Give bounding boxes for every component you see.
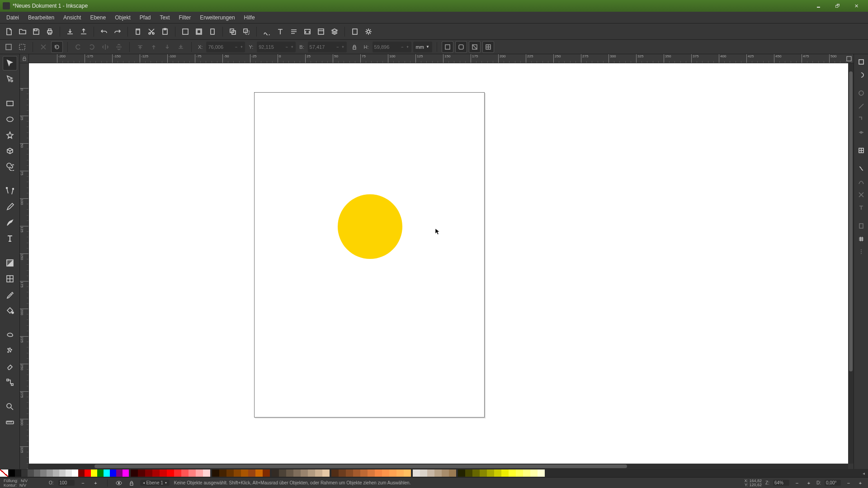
swatch[interactable] bbox=[382, 469, 389, 477]
swatch[interactable] bbox=[174, 469, 181, 477]
snap-intersect-button[interactable] bbox=[855, 189, 867, 201]
fill-value[interactable]: N/V bbox=[21, 479, 28, 483]
spray-tool[interactable] bbox=[3, 343, 17, 358]
swatch[interactable] bbox=[97, 469, 104, 477]
swatch[interactable] bbox=[145, 469, 152, 477]
new-file-button[interactable] bbox=[3, 25, 15, 38]
paintbucket-tool[interactable] bbox=[3, 303, 17, 318]
align-button[interactable] bbox=[288, 25, 300, 38]
swatch[interactable] bbox=[226, 469, 234, 477]
swatch[interactable] bbox=[196, 469, 203, 477]
swatch[interactable] bbox=[21, 469, 28, 477]
lower-button[interactable] bbox=[161, 41, 173, 53]
menu-text[interactable]: Text bbox=[156, 13, 175, 22]
zoom-out[interactable]: − bbox=[793, 479, 801, 487]
swatch[interactable] bbox=[212, 469, 219, 477]
swatch[interactable] bbox=[241, 469, 248, 477]
swatch[interactable] bbox=[293, 469, 301, 477]
swatch[interactable] bbox=[9, 469, 15, 477]
swatch[interactable] bbox=[404, 469, 411, 477]
canvas[interactable] bbox=[29, 63, 848, 464]
x-input[interactable] bbox=[206, 44, 232, 50]
snap-other-button[interactable] bbox=[855, 163, 867, 174]
swatch[interactable] bbox=[322, 469, 330, 477]
h-dec[interactable]: − bbox=[400, 45, 405, 49]
y-input[interactable] bbox=[257, 44, 283, 50]
swatch[interactable] bbox=[353, 469, 360, 477]
close-button[interactable]: ✕ bbox=[847, 1, 865, 10]
bezier-tool[interactable] bbox=[3, 184, 17, 198]
raise-button[interactable] bbox=[148, 41, 160, 53]
duplicate-button[interactable] bbox=[226, 25, 239, 38]
rotate-arrows-button[interactable] bbox=[51, 41, 63, 53]
swatch[interactable] bbox=[78, 469, 85, 477]
layers-button[interactable] bbox=[328, 25, 341, 38]
zoom-selection-button[interactable] bbox=[179, 25, 192, 38]
swatch[interactable] bbox=[116, 469, 123, 477]
snap-node-button[interactable] bbox=[855, 87, 867, 99]
snap-midpoint-button[interactable] bbox=[855, 127, 867, 138]
swatch[interactable] bbox=[123, 469, 129, 477]
swatch[interactable] bbox=[516, 469, 523, 477]
preferences-button[interactable] bbox=[362, 25, 375, 38]
import-button[interactable] bbox=[64, 25, 76, 38]
deselect-button[interactable] bbox=[38, 41, 49, 53]
open-file-button[interactable] bbox=[16, 25, 29, 38]
menu-datei[interactable]: Datei bbox=[2, 13, 24, 22]
swatch[interactable] bbox=[234, 469, 241, 477]
rot-inc[interactable]: + bbox=[856, 479, 864, 487]
undo-button[interactable] bbox=[98, 25, 110, 38]
swatch[interactable] bbox=[442, 469, 449, 477]
node-tool[interactable] bbox=[3, 72, 17, 86]
cut-button[interactable] bbox=[145, 25, 158, 38]
palette-menu-button[interactable]: ◂ bbox=[859, 471, 868, 476]
spiral-tool[interactable] bbox=[3, 160, 17, 174]
measure-tool[interactable] bbox=[3, 415, 17, 430]
path-effects-button[interactable] bbox=[260, 25, 273, 38]
swatch[interactable] bbox=[368, 469, 375, 477]
rotate-ccw-button[interactable] bbox=[72, 41, 84, 53]
swatch[interactable] bbox=[339, 469, 346, 477]
text-button[interactable] bbox=[274, 25, 287, 38]
calligraphy-tool[interactable] bbox=[3, 216, 17, 230]
swatch[interactable] bbox=[427, 469, 434, 477]
ellipse-tool[interactable] bbox=[3, 112, 17, 127]
swatch[interactable] bbox=[538, 469, 545, 477]
swatch[interactable] bbox=[91, 469, 97, 477]
w-input[interactable] bbox=[308, 44, 334, 50]
swatch[interactable] bbox=[66, 469, 72, 477]
w-inc[interactable]: + bbox=[341, 45, 345, 49]
circle-shape[interactable] bbox=[338, 194, 402, 259]
opacity-input[interactable] bbox=[58, 480, 75, 486]
menu-ansicht[interactable]: Ansicht bbox=[59, 13, 85, 22]
snap-center-button[interactable] bbox=[855, 145, 867, 156]
raise-top-button[interactable] bbox=[134, 41, 146, 53]
select-rubberband-button[interactable] bbox=[16, 41, 28, 53]
print-button[interactable] bbox=[43, 25, 56, 38]
swatch[interactable] bbox=[458, 469, 465, 477]
text-tool[interactable] bbox=[3, 231, 17, 246]
scale-pattern-button[interactable] bbox=[482, 41, 494, 53]
copy-button[interactable] bbox=[132, 25, 144, 38]
swatch[interactable] bbox=[487, 469, 494, 477]
rot-dec[interactable]: − bbox=[844, 479, 853, 487]
swatch[interactable] bbox=[255, 469, 263, 477]
redo-button[interactable] bbox=[111, 25, 124, 38]
pencil-tool[interactable] bbox=[3, 200, 17, 214]
flip-v-button[interactable] bbox=[113, 41, 125, 53]
swatch[interactable] bbox=[59, 469, 66, 477]
menu-pfad[interactable]: Pfad bbox=[135, 13, 156, 22]
connector-tool[interactable] bbox=[3, 375, 17, 389]
minimize-button[interactable]: 🗕 bbox=[809, 1, 827, 10]
swatch[interactable] bbox=[181, 469, 189, 477]
snap-bbox-button[interactable] bbox=[855, 69, 867, 81]
swatch[interactable] bbox=[360, 469, 368, 477]
swatch[interactable] bbox=[434, 469, 442, 477]
swatch[interactable] bbox=[509, 469, 516, 477]
swatch[interactable] bbox=[40, 469, 47, 477]
snap-grid-button[interactable] bbox=[855, 233, 867, 245]
eraser-tool[interactable] bbox=[3, 359, 17, 374]
swatch[interactable] bbox=[465, 469, 472, 477]
swatch[interactable] bbox=[131, 469, 138, 477]
y-inc[interactable]: + bbox=[290, 45, 294, 49]
